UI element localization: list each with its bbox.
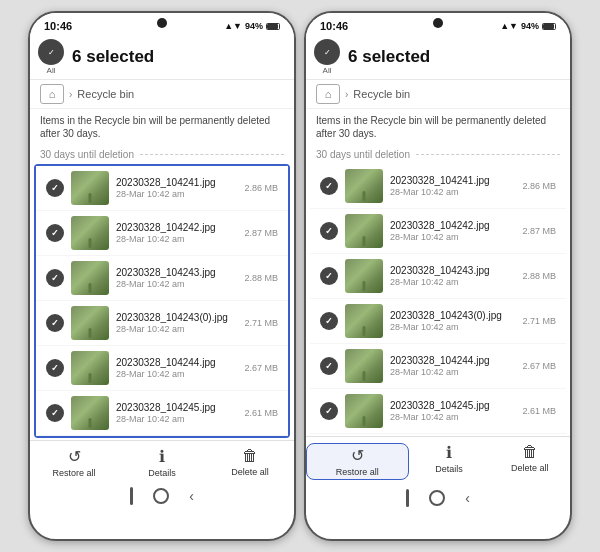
file-item[interactable]: ✓ 20230328_104245.jpg 28-Mar 10:42 am 2.… <box>310 389 566 434</box>
file-meta: 28-Mar 10:42 am <box>390 367 515 377</box>
select-all-button[interactable]: ✓ All <box>38 39 64 75</box>
file-list: ✓ 20230328_104241.jpg 28-Mar 10:42 am 2.… <box>310 164 566 434</box>
back-button[interactable]: ‹ <box>189 488 194 504</box>
file-size: 2.87 MB <box>522 226 556 236</box>
file-info: 20230328_104243.jpg 28-Mar 10:42 am <box>116 267 237 289</box>
home-button[interactable] <box>153 488 169 504</box>
file-meta: 28-Mar 10:42 am <box>116 324 237 334</box>
select-all-label: All <box>323 66 332 75</box>
file-item[interactable]: ✓ 20230328_104243.jpg 28-Mar 10:42 am 2.… <box>36 256 288 301</box>
details-icon: ℹ <box>159 447 165 466</box>
file-name: 20230328_104241.jpg <box>390 175 515 186</box>
file-info: 20230328_104243(0).jpg 28-Mar 10:42 am <box>116 312 237 334</box>
breadcrumb: ⌂ › Recycle bin <box>306 80 570 109</box>
home-icon[interactable]: ⌂ <box>40 84 64 104</box>
section-divider <box>416 154 560 155</box>
file-item[interactable]: ✓ 20230328_104243(0).jpg 28-Mar 10:42 am… <box>310 299 566 344</box>
status-icons: ▲▼ 94% <box>224 21 280 31</box>
file-info: 20230328_104243(0).jpg 28-Mar 10:42 am <box>390 310 515 332</box>
delete-icon: 🗑 <box>522 443 538 461</box>
file-thumbnail <box>345 169 383 203</box>
file-size: 2.61 MB <box>244 408 278 418</box>
restore-icon: ↺ <box>68 447 81 466</box>
signal-icon: ▲▼ <box>500 21 518 31</box>
file-info: 20230328_104242.jpg 28-Mar 10:42 am <box>390 220 515 242</box>
file-info: 20230328_104241.jpg 28-Mar 10:42 am <box>116 177 237 199</box>
file-item[interactable]: ✓ 20230328_104241.jpg 28-Mar 10:42 am 2.… <box>310 164 566 209</box>
home-button[interactable] <box>429 490 445 506</box>
section-label: 30 days until deletion <box>316 149 410 160</box>
details-button[interactable]: ℹ Details <box>409 443 490 480</box>
recent-apps-button[interactable] <box>406 489 409 507</box>
details-button[interactable]: ℹ Details <box>118 447 206 478</box>
phone-navbar: ‹ <box>30 482 294 513</box>
file-size: 2.88 MB <box>522 271 556 281</box>
file-meta: 28-Mar 10:42 am <box>390 187 515 197</box>
details-icon: ℹ <box>446 443 452 462</box>
file-item[interactable]: ✓ 20230328_104244.jpg 28-Mar 10:42 am 2.… <box>310 344 566 389</box>
file-thumbnail <box>345 214 383 248</box>
file-item[interactable]: ✓ 20230328_104245.jpg 28-Mar 10:42 am 2.… <box>36 391 288 436</box>
check-icon: ✓ <box>46 269 64 287</box>
file-name: 20230328_104245.jpg <box>116 402 237 413</box>
left-phone: 10:46 ▲▼ 94% ✓ All 6 selected ⌂ <box>28 11 296 541</box>
file-info: 20230328_104243.jpg 28-Mar 10:42 am <box>390 265 515 287</box>
restore-icon: ↺ <box>351 446 364 465</box>
delete-all-button[interactable]: 🗑 Delete all <box>206 447 294 478</box>
battery-icon: 94% <box>245 21 263 31</box>
select-all-label: All <box>47 66 56 75</box>
file-item[interactable]: ✓ 20230328_104243.jpg 28-Mar 10:42 am 2.… <box>310 254 566 299</box>
file-name: 20230328_104244.jpg <box>116 357 237 368</box>
bottom-nav: ↺ Restore all ℹ Details 🗑 Delete all <box>306 436 570 484</box>
file-list-selected-border: ✓ 20230328_104241.jpg 28-Mar 10:42 am 2.… <box>34 164 290 438</box>
phone-navbar: ‹ <box>306 484 570 515</box>
right-phone: 10:46 ▲▼ 94% ✓ All 6 selected ⌂ <box>304 11 572 541</box>
delete-all-button[interactable]: 🗑 Delete all <box>489 443 570 480</box>
file-list-wrapper: ✓ 20230328_104241.jpg 28-Mar 10:42 am 2.… <box>310 164 566 434</box>
restore-all-button[interactable]: ↺ Restore all <box>306 443 409 480</box>
file-meta: 28-Mar 10:42 am <box>116 369 237 379</box>
check-icon: ✓ <box>46 359 64 377</box>
file-item[interactable]: ✓ 20230328_104244.jpg 28-Mar 10:42 am 2.… <box>36 346 288 391</box>
back-button[interactable]: ‹ <box>465 490 470 506</box>
selection-count-title: 6 selected <box>72 47 284 67</box>
restore-all-button[interactable]: ↺ Restore all <box>30 447 118 478</box>
checkmark-icon: ✓ <box>324 48 331 57</box>
file-name: 20230328_104243.jpg <box>390 265 515 276</box>
file-size: 2.61 MB <box>522 406 556 416</box>
check-icon: ✓ <box>320 357 338 375</box>
check-icon: ✓ <box>320 177 338 195</box>
file-item[interactable]: ✓ 20230328_104241.jpg 28-Mar 10:42 am 2.… <box>36 166 288 211</box>
details-label: Details <box>148 468 176 478</box>
file-info: 20230328_104241.jpg 28-Mar 10:42 am <box>390 175 515 197</box>
restore-label: Restore all <box>52 468 95 478</box>
file-meta: 28-Mar 10:42 am <box>390 277 515 287</box>
select-all-button[interactable]: ✓ All <box>314 39 340 75</box>
recent-apps-button[interactable] <box>130 487 133 505</box>
file-thumbnail <box>71 306 109 340</box>
file-size: 2.86 MB <box>244 183 278 193</box>
file-name: 20230328_104245.jpg <box>390 400 515 411</box>
file-info: 20230328_104244.jpg 28-Mar 10:42 am <box>390 355 515 377</box>
file-size: 2.67 MB <box>244 363 278 373</box>
section-header: 30 days until deletion <box>306 145 570 164</box>
signal-icon: ▲▼ <box>224 21 242 31</box>
file-thumbnail <box>71 261 109 295</box>
time-display: 10:46 <box>320 20 348 32</box>
app-header: ✓ All 6 selected <box>306 35 570 80</box>
file-meta: 28-Mar 10:42 am <box>390 412 515 422</box>
home-icon[interactable]: ⌂ <box>316 84 340 104</box>
file-info: 20230328_104245.jpg 28-Mar 10:42 am <box>116 402 237 424</box>
file-item[interactable]: ✓ 20230328_104242.jpg 28-Mar 10:42 am 2.… <box>310 209 566 254</box>
chevron-icon: › <box>345 89 348 100</box>
file-item[interactable]: ✓ 20230328_104243(0).jpg 28-Mar 10:42 am… <box>36 301 288 346</box>
camera-notch <box>157 18 167 28</box>
check-icon: ✓ <box>320 267 338 285</box>
check-icon: ✓ <box>320 402 338 420</box>
file-item[interactable]: ✓ 20230328_104242.jpg 28-Mar 10:42 am 2.… <box>36 211 288 256</box>
file-meta: 28-Mar 10:42 am <box>116 414 237 424</box>
check-icon: ✓ <box>46 314 64 332</box>
warning-text: Items in the Recycle bin will be permane… <box>30 109 294 145</box>
file-thumbnail <box>345 349 383 383</box>
file-info: 20230328_104244.jpg 28-Mar 10:42 am <box>116 357 237 379</box>
